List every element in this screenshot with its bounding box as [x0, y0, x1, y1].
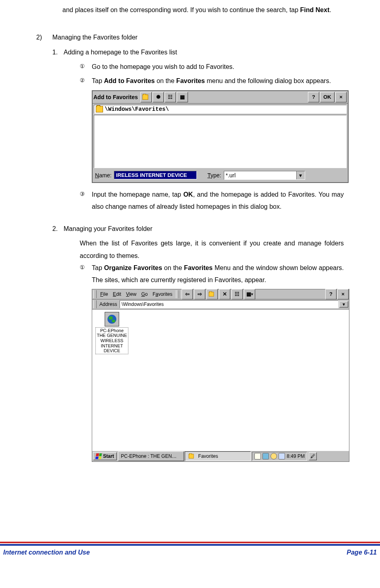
- menu-go[interactable]: Go: [139, 291, 150, 298]
- up-one-level-button[interactable]: [140, 92, 152, 102]
- shortcut-label: PC-EPhone THE GENUINE WIRELESS INTERNET …: [95, 327, 128, 354]
- tray-icon: [279, 453, 285, 459]
- subsection-body: When the list of Favorites gets large, i…: [80, 237, 344, 262]
- favorites-menu-label: Favorites: [176, 77, 205, 84]
- subsection-title: Adding a homepage to the Favorites list: [64, 46, 177, 58]
- favorites-menu-label: Favorites: [184, 264, 213, 271]
- show-desktop-button[interactable]: 🖉: [309, 452, 317, 460]
- path-field[interactable]: \Windows\Favorites\: [94, 105, 347, 114]
- organize-favorites-label: Organize Favorites: [104, 264, 162, 271]
- favorite-shortcut[interactable]: PC-EPhone THE GENUINE WIRELESS INTERNET …: [95, 312, 128, 354]
- address-dropdown[interactable]: ▾: [339, 301, 348, 308]
- folder-icon: [189, 454, 194, 458]
- menu-favorites[interactable]: Favorites: [150, 291, 175, 298]
- grip-icon: [93, 300, 97, 308]
- page-footer: Internet connection and Use Page 6-11: [0, 542, 380, 559]
- globe-icon: [105, 312, 119, 326]
- start-button[interactable]: Start: [93, 452, 117, 460]
- address-label: Address: [98, 301, 119, 307]
- help-button[interactable]: ?: [308, 92, 319, 102]
- chevron-down-icon[interactable]: ▾: [296, 171, 305, 179]
- details-view-button[interactable]: ▦: [177, 92, 188, 102]
- windows-logo-icon: [95, 453, 102, 459]
- type-value: *.url: [224, 171, 296, 179]
- taskbar-item-pcephone[interactable]: PC-EPhone : THE GEN…: [118, 451, 184, 461]
- help-button[interactable]: ?: [325, 289, 337, 299]
- subsection-2: 2. Managing your Favorites folder: [52, 223, 344, 235]
- explorer-window: File Edit View Go Favorites ⇦ ⇨ ✕ ☷ ▦▾: [92, 289, 349, 462]
- back-button[interactable]: ⇦: [182, 289, 193, 299]
- add-to-favorites-dialog: Add to Favorites ✺ ☷ ▦ ? OK × \Windows\F…: [92, 90, 349, 183]
- views-button[interactable]: ▦▾: [244, 289, 255, 299]
- section-number: 2): [36, 31, 52, 44]
- step-2-1: ① Tap Organize Favorites on the Favorite…: [80, 262, 344, 287]
- file-list-area[interactable]: [94, 115, 347, 168]
- subsection-number: 1.: [52, 46, 64, 58]
- menu-view[interactable]: View: [124, 291, 139, 298]
- path-text: \Windows\Favorites\: [105, 106, 169, 112]
- find-next-label: Find Next: [300, 6, 330, 13]
- step-marker: ①: [80, 61, 92, 73]
- section-2: 2) Managing the Favorites folder: [36, 31, 344, 44]
- step-text: Tap Add to Favorites on the Favorites me…: [92, 75, 344, 87]
- ok-button[interactable]: OK: [320, 92, 335, 102]
- step-1: ① Go to the homepage you wish to add to …: [80, 61, 344, 73]
- tray-icon: [262, 453, 269, 459]
- clock: 8:49 PM: [287, 453, 305, 459]
- name-input[interactable]: IRELESS INTERNET DEVICE: [114, 171, 197, 179]
- type-select[interactable]: *.url ▾: [224, 171, 305, 180]
- menu-file[interactable]: File: [98, 291, 110, 298]
- taskbar-item-favorites[interactable]: Favorites: [185, 451, 251, 461]
- grip-icon: [176, 290, 179, 298]
- intro-text: and places itself on the corresponding w…: [62, 6, 300, 13]
- subsection-1: 1. Adding a homepage to the Favorites li…: [52, 46, 344, 58]
- taskbar: Start PC-EPhone : THE GEN… Favorites 8:4…: [92, 451, 349, 461]
- step-text: Input the homepage name, tap OK, and the…: [92, 189, 344, 213]
- name-label: Name:: [95, 172, 112, 179]
- grip-icon: [93, 290, 97, 298]
- step-text: Tap Organize Favorites on the Favorites …: [92, 262, 344, 287]
- system-tray[interactable]: 8:49 PM: [252, 452, 307, 461]
- step-marker: ③: [80, 189, 92, 213]
- tray-icon: [271, 453, 277, 459]
- step-marker: ①: [80, 262, 92, 287]
- subsection-title: Managing your Favorites folder: [64, 223, 153, 235]
- step-2: ② Tap Add to Favorites on the Favorites …: [80, 75, 344, 87]
- add-to-favorites-label: Add to Favorites: [104, 77, 155, 84]
- intro-paragraph: and places itself on the corresponding w…: [62, 4, 344, 16]
- dialog-title: Add to Favorites: [93, 94, 138, 100]
- menu-edit[interactable]: Edit: [110, 291, 124, 298]
- step-3: ③ Input the homepage name, tap OK, and t…: [80, 189, 344, 213]
- folder-icon: [96, 106, 103, 112]
- step-text: Go to the homepage you wish to add to Fa…: [92, 61, 344, 73]
- subsection-number: 2.: [52, 223, 64, 235]
- section-title: Managing the Favorites folder: [52, 31, 138, 44]
- footer-left: Internet connection and Use: [3, 546, 90, 559]
- up-button[interactable]: [207, 289, 218, 299]
- list-view-button[interactable]: ☷: [165, 92, 176, 102]
- close-button[interactable]: ×: [337, 289, 349, 299]
- tray-icon: [254, 453, 261, 459]
- step-marker: ②: [80, 75, 92, 87]
- type-label: Type:: [207, 172, 221, 179]
- footer-right: Page 6-11: [347, 546, 377, 559]
- explorer-canvas[interactable]: PC-EPhone THE GENUINE WIRELESS INTERNET …: [92, 310, 349, 451]
- forward-button[interactable]: ⇨: [194, 289, 205, 299]
- properties-button[interactable]: ☷: [231, 289, 243, 299]
- ok-label: OK: [183, 191, 193, 198]
- delete-button[interactable]: ✕: [219, 289, 230, 299]
- close-button[interactable]: ×: [335, 92, 347, 102]
- new-folder-button[interactable]: ✺: [153, 92, 164, 102]
- address-input[interactable]: \Windows\Favorites: [120, 300, 339, 308]
